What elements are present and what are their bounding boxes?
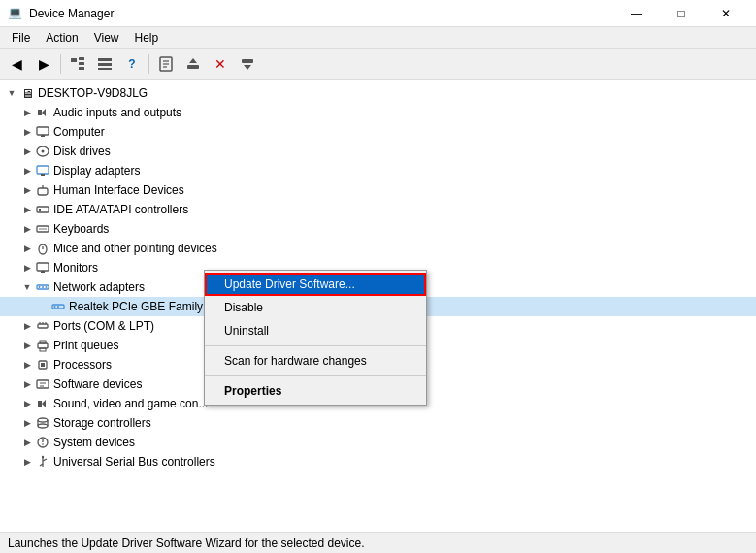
tree-item-label: Monitors xyxy=(53,261,98,275)
tree-item-label: Disk drives xyxy=(53,145,111,158)
ctx-menu-item[interactable]: Disable xyxy=(205,296,426,319)
tree-item[interactable]: ▶Human Interface Devices xyxy=(0,180,756,200)
tree-expand-icon[interactable]: ▶ xyxy=(19,260,35,276)
svg-rect-23 xyxy=(38,188,48,195)
tree-item-icon xyxy=(35,144,50,159)
tree-item-icon xyxy=(35,279,50,295)
tree-item-icon xyxy=(35,376,50,392)
tree-item-label: Software devices xyxy=(53,377,142,391)
update-driver-button[interactable] xyxy=(181,51,206,77)
svg-rect-22 xyxy=(41,174,45,176)
menu-help[interactable]: Help xyxy=(127,29,167,47)
toolbar-sep-2 xyxy=(148,54,149,74)
tree-expand-icon[interactable]: ▶ xyxy=(19,182,35,198)
root-computer-icon: 🖥 xyxy=(19,85,35,101)
scan-button[interactable] xyxy=(235,51,260,77)
tree-expand-icon[interactable]: ▼ xyxy=(19,279,35,295)
window-title: Device Manager xyxy=(29,7,114,20)
tree-item-label: Network adapters xyxy=(53,280,145,294)
window-icon: 💻 xyxy=(8,6,23,21)
tree-item[interactable]: ▶Display adapters xyxy=(0,161,756,180)
svg-point-35 xyxy=(42,286,44,288)
ctx-menu-item[interactable]: Uninstall xyxy=(205,319,426,342)
tree-item-icon xyxy=(35,182,50,198)
svg-point-57 xyxy=(38,424,48,428)
tree-item[interactable]: ▶Disk drives xyxy=(0,142,756,161)
tree-expand-icon[interactable]: ▶ xyxy=(19,338,35,353)
titlebar: 💻 Device Manager — □ ✕ xyxy=(0,0,756,27)
titlebar-controls: — □ ✕ xyxy=(614,0,748,27)
maximize-button[interactable]: □ xyxy=(659,0,704,27)
ctx-menu-item[interactable]: Properties xyxy=(205,379,426,403)
tree-expand-icon[interactable]: ▶ xyxy=(19,124,35,140)
tree-item-icon xyxy=(35,105,50,120)
menu-file[interactable]: File xyxy=(4,29,38,47)
forward-button[interactable]: ▶ xyxy=(31,51,56,77)
tree-expand-icon[interactable]: ▶ xyxy=(19,396,35,411)
tree-expand-icon[interactable]: ▶ xyxy=(19,357,35,373)
back-button[interactable]: ◀ xyxy=(4,51,29,77)
menubar: File Action View Help xyxy=(0,27,756,49)
svg-point-34 xyxy=(39,286,41,288)
svg-rect-44 xyxy=(38,343,48,348)
svg-rect-21 xyxy=(37,166,49,174)
svg-point-20 xyxy=(42,150,45,153)
toolbar-sep-1 xyxy=(60,54,61,74)
uninstall-button[interactable]: ✕ xyxy=(208,51,233,77)
help-button[interactable]: ? xyxy=(119,51,145,77)
tree-item-label: Display adapters xyxy=(53,164,140,178)
tree-root[interactable]: ▼ 🖥 DESKTOP-V9D8JLG xyxy=(0,83,756,103)
tree-item[interactable]: ▶Computer xyxy=(0,122,756,142)
svg-rect-49 xyxy=(37,380,49,388)
tree-item-icon xyxy=(35,202,50,217)
minimize-button[interactable]: — xyxy=(614,0,659,27)
close-button[interactable]: ✕ xyxy=(704,0,748,27)
tree-expand-icon[interactable]: ▶ xyxy=(19,105,35,120)
tree-item[interactable]: ▶System devices xyxy=(0,433,756,452)
tree-item[interactable]: ▶Audio inputs and outputs xyxy=(0,103,756,122)
tree-expand-icon[interactable]: ▶ xyxy=(19,221,35,237)
tree-item-label: Storage controllers xyxy=(53,416,151,430)
tree-expand-icon[interactable]: ▶ xyxy=(19,163,35,179)
tree-item[interactable]: ▶Mice and other pointing devices xyxy=(0,239,756,258)
tree-expand-icon[interactable]: ▶ xyxy=(19,435,35,450)
status-text: Launches the Update Driver Software Wiza… xyxy=(8,537,365,550)
tree-item-label: Keyboards xyxy=(53,222,109,236)
tree-item-label: IDE ATA/ATAPI controllers xyxy=(53,203,188,216)
menu-action[interactable]: Action xyxy=(38,29,85,47)
ctx-menu-item[interactable]: Update Driver Software... xyxy=(205,273,426,296)
tree-expand-icon[interactable]: ▶ xyxy=(19,415,35,431)
menu-view[interactable]: View xyxy=(86,29,127,47)
statusbar: Launches the Update Driver Software Wiza… xyxy=(0,532,756,553)
tree-item-label: System devices xyxy=(53,436,135,449)
svg-point-39 xyxy=(57,306,59,308)
properties-button[interactable] xyxy=(153,51,179,77)
tree-item[interactable]: ▶Keyboards xyxy=(0,219,756,239)
tree-expand-icon[interactable]: ▶ xyxy=(19,202,35,217)
svg-point-38 xyxy=(54,306,56,308)
view-button[interactable] xyxy=(92,51,117,77)
tree-item-label: Ports (COM & LPT) xyxy=(53,319,154,333)
tree-item-icon xyxy=(35,221,50,237)
svg-rect-46 xyxy=(40,348,46,351)
svg-rect-45 xyxy=(40,341,46,343)
tree-item[interactable]: ▶IDE ATA/ATAPI controllers xyxy=(0,200,756,219)
tree-expand-icon[interactable]: ▶ xyxy=(19,376,35,392)
tree-item-icon xyxy=(35,415,50,431)
svg-rect-31 xyxy=(37,263,49,271)
ctx-menu-item[interactable]: Scan for hardware changes xyxy=(205,349,426,373)
tree-view-button[interactable] xyxy=(65,51,90,77)
tree-item[interactable]: ▶Storage controllers xyxy=(0,413,756,433)
tree-item-icon xyxy=(35,318,50,334)
tree-item-label: Mice and other pointing devices xyxy=(53,242,217,255)
tree-expand-icon[interactable]: ▶ xyxy=(19,454,35,470)
tree-item[interactable]: ▶Universal Serial Bus controllers xyxy=(0,452,756,472)
root-expand-icon[interactable]: ▼ xyxy=(4,85,19,101)
tree-expand-icon[interactable]: ▶ xyxy=(19,318,35,334)
titlebar-left: 💻 Device Manager xyxy=(8,6,114,21)
tree-expand-icon[interactable]: ▶ xyxy=(19,144,35,159)
svg-rect-0 xyxy=(71,58,77,62)
tree-expand-icon[interactable]: ▶ xyxy=(19,241,35,256)
main-panel: ▼ 🖥 DESKTOP-V9D8JLG ▶Audio inputs and ou… xyxy=(0,80,756,532)
svg-rect-52 xyxy=(38,401,42,407)
